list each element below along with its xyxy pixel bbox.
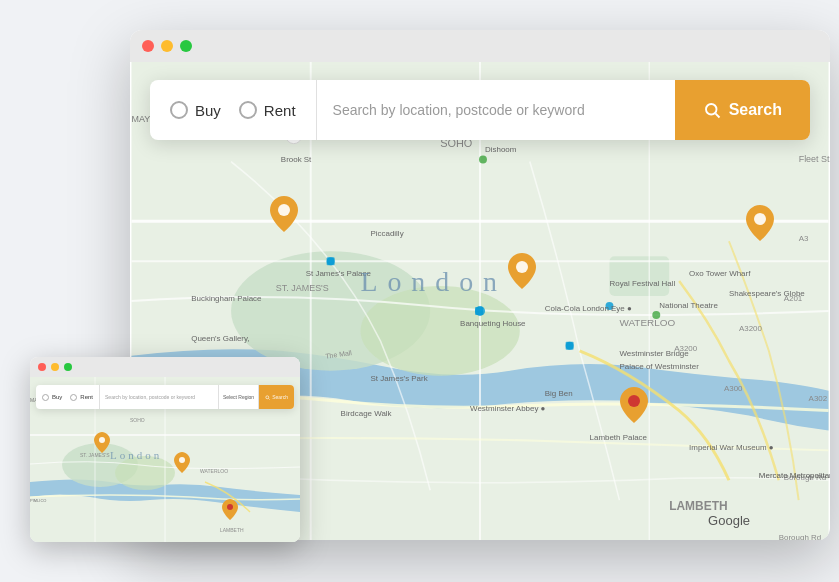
buy-label: Buy xyxy=(195,102,221,119)
svg-text:LAMBETH: LAMBETH xyxy=(669,499,727,513)
svg-text:A302: A302 xyxy=(809,394,828,403)
svg-text:Lambeth Palace: Lambeth Palace xyxy=(590,433,648,442)
svg-text:Banqueting House: Banqueting House xyxy=(460,319,526,328)
svg-text:Westminster Bridge: Westminster Bridge xyxy=(619,349,689,358)
svg-text:ST. JAMES'S: ST. JAMES'S xyxy=(276,283,329,293)
rent-radio-circle[interactable] xyxy=(239,101,257,119)
svg-text:St James's Park: St James's Park xyxy=(370,374,427,383)
small-close-button[interactable] xyxy=(38,363,46,371)
svg-text:Mercato Metropolitano: Mercato Metropolitano xyxy=(759,471,830,480)
search-button-label: Search xyxy=(729,101,782,119)
small-map-area: MAYFAIR PIMLICO ST. JAMES'S WATERLOO LAM… xyxy=(30,377,300,542)
svg-point-55 xyxy=(652,311,660,319)
svg-point-83 xyxy=(227,504,233,510)
svg-text:Oxo Tower Wharf: Oxo Tower Wharf xyxy=(689,269,751,278)
svg-point-81 xyxy=(99,437,105,443)
small-search-input-area[interactable]: Search by location, postcode or keyword xyxy=(100,394,218,400)
small-region-select[interactable]: Select Region xyxy=(218,385,259,409)
svg-text:SOHO: SOHO xyxy=(130,417,145,423)
svg-text:Royal Festival Hall: Royal Festival Hall xyxy=(609,279,675,288)
svg-point-2 xyxy=(361,286,520,376)
svg-text:Dishoom: Dishoom xyxy=(485,145,517,154)
small-region-label: Select Region xyxy=(223,394,254,400)
svg-text:WATERLOO: WATERLOO xyxy=(200,468,228,474)
map-pin-3[interactable] xyxy=(746,205,774,241)
svg-line-85 xyxy=(269,398,270,399)
close-button[interactable] xyxy=(142,40,154,52)
svg-text:Fleet St: Fleet St xyxy=(799,154,830,164)
svg-text:London: London xyxy=(110,449,162,461)
scene: A3200 A300 A3200 A201 A3 Brook St Piccad… xyxy=(0,0,839,582)
google-label: Google xyxy=(708,513,750,528)
small-browser-window: MAYFAIR PIMLICO ST. JAMES'S WATERLOO LAM… xyxy=(30,357,300,542)
small-property-type-selector: Buy Rent xyxy=(36,385,100,409)
svg-text:WATERLOO: WATERLOO xyxy=(619,317,675,328)
svg-text:A300: A300 xyxy=(724,384,743,393)
property-type-selector: Buy Rent xyxy=(150,80,317,140)
small-search-icon xyxy=(265,395,270,400)
svg-rect-60 xyxy=(475,307,483,315)
svg-text:A3: A3 xyxy=(799,234,809,243)
small-titlebar xyxy=(30,357,300,377)
svg-point-63 xyxy=(516,261,528,273)
svg-point-65 xyxy=(628,395,640,407)
svg-text:Big Ben: Big Ben xyxy=(545,389,573,398)
google-branding: Google xyxy=(708,513,750,528)
svg-text:A3200: A3200 xyxy=(739,324,763,333)
svg-rect-59 xyxy=(327,257,335,265)
map-pin-2[interactable] xyxy=(508,253,536,289)
svg-point-64 xyxy=(754,213,766,225)
svg-text:Piccadilly: Piccadilly xyxy=(370,229,403,238)
svg-text:Brook St: Brook St xyxy=(281,155,312,164)
search-icon xyxy=(703,101,721,119)
svg-text:ST. JAMES'S: ST. JAMES'S xyxy=(80,452,110,458)
small-rent-option[interactable]: Rent xyxy=(70,394,93,401)
search-placeholder: Search by location, postcode or keyword xyxy=(333,102,585,118)
svg-text:London: London xyxy=(361,266,507,297)
small-search-btn-label: Search xyxy=(272,394,288,400)
small-maximize-button[interactable] xyxy=(64,363,72,371)
svg-text:National Theatre: National Theatre xyxy=(659,301,718,310)
svg-text:LAMBETH: LAMBETH xyxy=(220,527,244,533)
svg-rect-61 xyxy=(566,342,574,350)
svg-text:Cola-Cola London Eye ●: Cola-Cola London Eye ● xyxy=(545,304,632,313)
map-pin-1[interactable] xyxy=(270,196,298,232)
svg-point-53 xyxy=(479,156,487,164)
svg-point-84 xyxy=(266,395,269,398)
svg-line-67 xyxy=(715,113,719,117)
small-buy-option[interactable]: Buy xyxy=(42,394,62,401)
rent-label: Rent xyxy=(264,102,296,119)
small-search-bar: Buy Rent Search by location, postcode or… xyxy=(36,385,294,409)
svg-text:Borough Rd: Borough Rd xyxy=(779,533,821,540)
svg-text:Queen's Gallery,: Queen's Gallery, xyxy=(191,334,249,343)
titlebar xyxy=(130,30,830,62)
svg-text:Birdcage Walk: Birdcage Walk xyxy=(341,409,392,418)
search-input[interactable]: Search by location, postcode or keyword xyxy=(317,80,675,140)
small-buy-label: Buy xyxy=(52,394,62,400)
svg-text:PIMLICO: PIMLICO xyxy=(30,498,46,503)
buy-radio-option[interactable]: Buy xyxy=(170,101,221,119)
svg-point-70 xyxy=(115,456,175,490)
small-search-button[interactable]: Search xyxy=(259,385,294,409)
svg-text:Imperial War Museum ●: Imperial War Museum ● xyxy=(689,443,774,452)
buy-radio-circle[interactable] xyxy=(170,101,188,119)
svg-text:Buckingham Palace: Buckingham Palace xyxy=(191,294,262,303)
svg-point-82 xyxy=(179,457,185,463)
small-buy-circle[interactable] xyxy=(42,394,49,401)
small-rent-circle[interactable] xyxy=(70,394,77,401)
search-button[interactable]: Search xyxy=(675,80,810,140)
svg-text:Westminster Abbey ●: Westminster Abbey ● xyxy=(470,404,546,413)
svg-point-66 xyxy=(706,104,717,115)
svg-point-62 xyxy=(278,204,290,216)
small-search-placeholder: Search by location, postcode or keyword xyxy=(105,394,195,400)
svg-text:Palace of Westminster: Palace of Westminster xyxy=(619,362,699,371)
minimize-button[interactable] xyxy=(161,40,173,52)
search-bar: Buy Rent Search by location, postcode or… xyxy=(150,80,810,140)
svg-text:Shakespeare's Globe: Shakespeare's Globe xyxy=(729,289,805,298)
maximize-button[interactable] xyxy=(180,40,192,52)
small-minimize-button[interactable] xyxy=(51,363,59,371)
map-pin-4[interactable] xyxy=(620,387,648,423)
small-rent-label: Rent xyxy=(80,394,93,400)
rent-radio-option[interactable]: Rent xyxy=(239,101,296,119)
